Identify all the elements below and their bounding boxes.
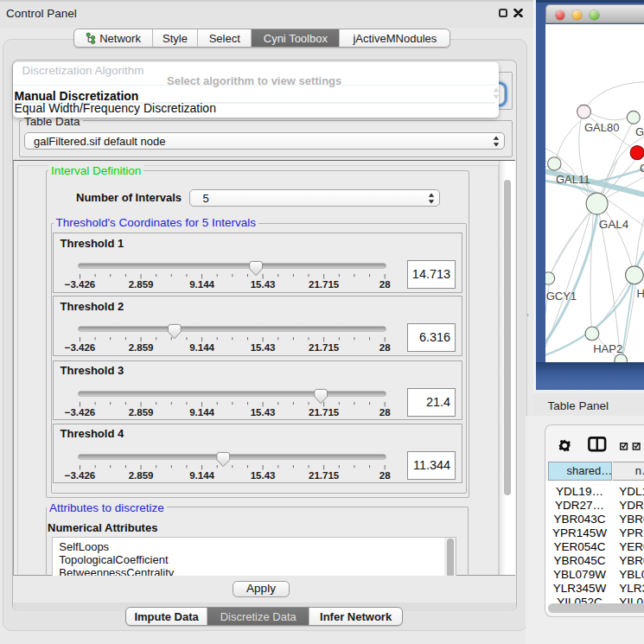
svg-text:28: 28 xyxy=(379,407,391,418)
svg-text:G.: G. xyxy=(635,125,644,138)
svg-text:9.144: 9.144 xyxy=(189,342,214,353)
svg-text:−3.426: −3.426 xyxy=(65,342,96,353)
svg-text:28: 28 xyxy=(379,279,391,290)
svg-text:9.144: 9.144 xyxy=(189,407,214,418)
svg-text:15.43: 15.43 xyxy=(251,470,276,481)
svg-text:−3.426: −3.426 xyxy=(65,470,96,481)
svg-text:−3.426: −3.426 xyxy=(65,407,96,418)
svg-text:2.859: 2.859 xyxy=(129,342,154,353)
svg-text:21.715: 21.715 xyxy=(309,470,340,481)
svg-text:21.715: 21.715 xyxy=(309,342,340,353)
svg-text:9.144: 9.144 xyxy=(189,279,214,290)
svg-text:−3.426: −3.426 xyxy=(65,279,96,290)
svg-text:GCY1: GCY1 xyxy=(545,290,576,303)
svg-text:GAL4: GAL4 xyxy=(598,218,628,231)
svg-text:H: H xyxy=(636,287,644,300)
svg-text:21.715: 21.715 xyxy=(309,279,340,290)
svg-text:2.859: 2.859 xyxy=(129,407,154,418)
svg-text:HAP2: HAP2 xyxy=(593,342,622,355)
svg-text:28: 28 xyxy=(379,342,391,353)
svg-text:2.859: 2.859 xyxy=(129,470,154,481)
svg-text:9.144: 9.144 xyxy=(189,470,214,481)
svg-text:2.859: 2.859 xyxy=(129,279,154,290)
svg-text:28: 28 xyxy=(379,470,391,481)
svg-text:15.43: 15.43 xyxy=(251,342,276,353)
svg-text:15.43: 15.43 xyxy=(251,407,276,418)
svg-text:GAL80: GAL80 xyxy=(584,121,619,134)
svg-text:21.715: 21.715 xyxy=(309,407,340,418)
svg-text:15.43: 15.43 xyxy=(251,279,276,290)
svg-text:C: C xyxy=(640,162,644,175)
svg-text:GAL11: GAL11 xyxy=(556,173,590,186)
